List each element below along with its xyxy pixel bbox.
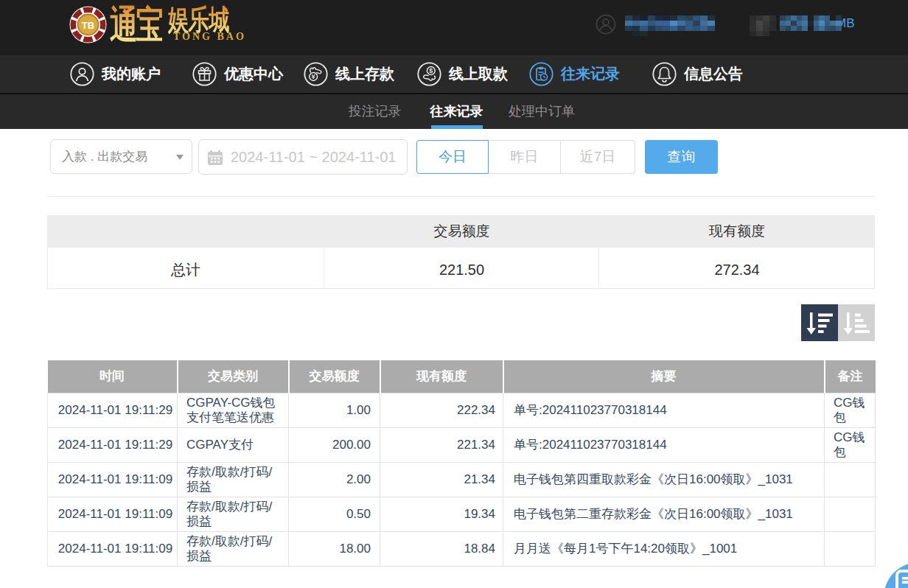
svg-text:$: $ [429,67,433,74]
svg-text:TB: TB [82,20,94,31]
svg-text:¥: ¥ [312,73,315,80]
